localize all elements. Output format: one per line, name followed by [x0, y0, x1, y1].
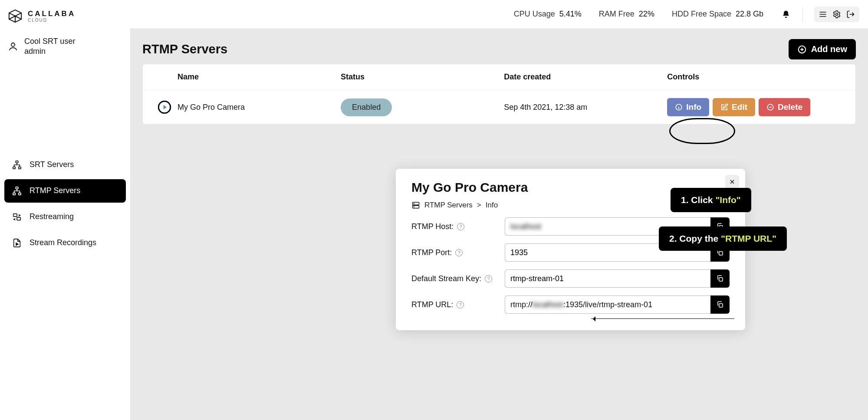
edit-icon [720, 103, 728, 111]
close-button[interactable] [725, 175, 739, 189]
plus-circle-icon [797, 45, 807, 54]
annotation-click-info: 1. Click "Info" [671, 188, 751, 212]
svg-rect-3 [13, 167, 15, 169]
svg-rect-5 [16, 187, 18, 189]
page-title: RTMP Servers [142, 42, 227, 56]
content: RTMP Servers Add new Name Status Date cr… [130, 29, 868, 420]
svg-rect-20 [719, 252, 723, 255]
svg-point-17 [414, 203, 414, 204]
help-icon[interactable]: ? [455, 249, 463, 256]
field-rtmp-url: RTMP URL:? rtmp://localhost:1935/live/rt… [411, 295, 730, 314]
svg-point-10 [836, 13, 838, 15]
sidebar-item-label: Restreaming [30, 212, 74, 221]
gear-icon[interactable] [832, 9, 842, 20]
user-line1: Cool SRT user [24, 36, 75, 46]
servers-table: Name Status Date created Controls My Go … [142, 64, 856, 125]
help-icon[interactable]: ? [485, 275, 492, 282]
copy-icon [716, 301, 724, 308]
close-icon [729, 179, 735, 185]
edit-button[interactable]: Edit [713, 98, 755, 116]
play-icon[interactable] [151, 101, 178, 114]
col-name: Name [178, 72, 341, 82]
logout-icon[interactable] [845, 9, 856, 20]
topbar: CPU Usage 5.41% RAM Free 22% HDD Free Sp… [130, 0, 868, 29]
row-name: My Go Pro Camera [178, 103, 341, 112]
col-status: Status [341, 72, 504, 82]
svg-rect-8 [13, 213, 17, 216]
user-block: Cool SRT user admin [4, 30, 126, 66]
svg-rect-9 [17, 217, 20, 220]
svg-rect-22 [719, 304, 723, 307]
file-video-icon [12, 238, 22, 248]
svg-rect-7 [19, 193, 21, 195]
main: CPU Usage 5.41% RAM Free 22% HDD Free Sp… [130, 0, 868, 420]
stat-hdd: HDD Free Space 22.8 Gb [672, 10, 763, 19]
help-icon[interactable]: ? [457, 223, 464, 230]
col-controls: Controls [667, 72, 847, 82]
sidebar-item-label: RTMP Servers [30, 186, 80, 195]
info-button[interactable]: Info [667, 98, 709, 116]
sidebar-item-restreaming[interactable]: Restreaming [4, 205, 126, 229]
server-icon [411, 201, 420, 210]
svg-rect-6 [13, 193, 15, 195]
annotation-copy-url: 2. Copy the "RTMP URL" [659, 226, 787, 251]
help-icon[interactable]: ? [457, 301, 464, 308]
logo-title: CALLABA [28, 10, 76, 17]
add-new-button[interactable]: Add new [789, 39, 856, 59]
network-icon [12, 186, 22, 196]
annotation-arrow [591, 318, 734, 319]
table-row: My Go Pro Camera Enabled Sep 4th 2021, 1… [143, 90, 855, 124]
col-date: Date created [504, 72, 667, 82]
user-icon [8, 41, 18, 52]
stat-ram: RAM Free 22% [599, 10, 654, 19]
delete-button[interactable]: Delete [759, 98, 810, 116]
divider [802, 7, 803, 22]
minus-circle-icon [766, 103, 774, 111]
status-badge: Enabled [341, 98, 392, 116]
logo-sub: CLOUD [28, 18, 76, 23]
logo-icon [8, 9, 23, 23]
copy-key-button[interactable] [710, 269, 730, 288]
user-line2: admin [24, 46, 75, 56]
svg-rect-21 [719, 278, 723, 281]
table-header: Name Status Date created Controls [143, 64, 855, 90]
info-circle-icon [675, 103, 683, 111]
stat-cpu: CPU Usage 5.41% [514, 10, 582, 19]
sidebar-item-srt-servers[interactable]: SRT Servers [4, 153, 126, 177]
stream-key-input[interactable] [505, 269, 710, 288]
logo: CALLABA CLOUD [4, 6, 126, 30]
svg-point-1 [11, 43, 15, 46]
copy-icon [716, 275, 724, 282]
network-icon [12, 160, 22, 170]
sidebar-item-label: Stream Recordings [30, 238, 96, 247]
menu-icon[interactable] [818, 9, 828, 20]
svg-rect-2 [16, 161, 18, 163]
field-stream-key: Default Stream Key:? [411, 269, 730, 288]
row-date: Sep 4th 2021, 12:38 am [504, 103, 667, 112]
sidebar-item-label: SRT Servers [30, 160, 74, 169]
sidebar-item-stream-recordings[interactable]: Stream Recordings [4, 231, 126, 255]
rtmp-url-input[interactable]: rtmp://localhost:1935/live/rtmp-stream-0… [505, 295, 710, 314]
sidebar: CALLABA CLOUD Cool SRT user admin SRT Se… [0, 0, 130, 420]
svg-point-18 [414, 207, 414, 207]
copy-url-button[interactable] [710, 295, 730, 314]
restream-icon [12, 212, 22, 222]
svg-rect-4 [19, 167, 21, 169]
sidebar-item-rtmp-servers[interactable]: RTMP Servers [4, 179, 126, 203]
sidebar-nav: SRT Servers RTMP Servers Restreaming Str… [4, 153, 126, 255]
bell-icon[interactable] [781, 9, 791, 20]
